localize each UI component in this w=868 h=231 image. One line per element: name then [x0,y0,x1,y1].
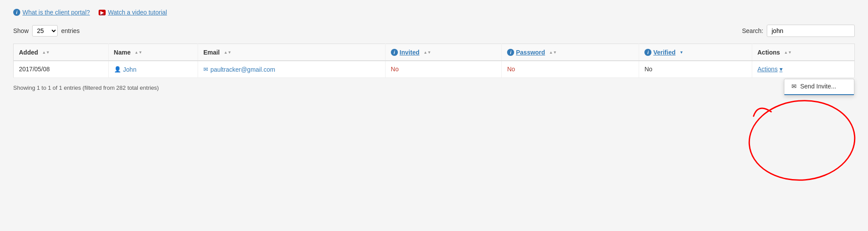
sort-icons-email: ▲▼ [224,51,232,55]
top-links-container: i What is the client portal? ▶ Watch a v… [13,9,855,16]
col-verified-info-link[interactable]: i Verified [644,49,676,56]
invited-info-icon: i [391,49,398,56]
cell-added: 2017/05/08 [14,61,109,77]
sort-icons-actions: ▲▼ [784,51,792,55]
video-tutorial-link[interactable]: ▶ Watch a video tutorial [99,9,167,16]
row-added-value: 2017/05/08 [19,66,50,73]
verified-info-icon: i [644,49,651,56]
row-invited-value: No [391,66,399,73]
cell-invited: No [385,61,501,77]
clients-table: Added ▲▼ Name ▲▼ Email ▲▼ i Invited ▲▼ [13,44,855,78]
send-invite-item[interactable]: ✉ Send Invite... [784,79,854,93]
client-portal-link[interactable]: i What is the client portal? [13,9,90,16]
svg-point-0 [746,96,858,184]
col-actions[interactable]: Actions ▲▼ [752,44,854,61]
user-link[interactable]: 👤 John [114,66,136,73]
table-body: 2017/05/08 👤 John ✉ paultracker@gmail.co… [14,61,855,77]
col-password-info-link[interactable]: i Password [507,49,545,56]
col-added[interactable]: Added ▲▼ [14,44,109,61]
dropdown-divider [784,94,854,95]
email-icon: ✉ [203,66,208,73]
col-verified-label: Verified [653,49,676,56]
show-entries-container: Show 10 25 50 100 entries [13,25,80,37]
entries-select[interactable]: 10 25 50 100 [32,25,58,37]
row-verified-value: No [644,66,652,73]
show-label: Show [13,27,29,34]
actions-button[interactable]: Actions ▾ [758,66,783,73]
cell-email: ✉ paultracker@gmail.com [198,61,385,77]
cell-actions: Actions ▾ ✉ Send Invite... [752,61,854,77]
entries-label: entries [61,27,80,34]
sort-icons-verified: ▼ [680,51,684,55]
row-email-value: paultracker@gmail.com [210,66,275,73]
col-actions-label: Actions [758,49,780,56]
annotation-circle [745,94,859,187]
send-invite-icon: ✉ [791,83,797,90]
col-verified[interactable]: i Verified ▼ [639,44,752,61]
col-password-label: Password [516,49,545,56]
row-name-value: John [123,66,136,73]
info-icon: i [13,9,20,16]
col-invited-info-link[interactable]: i Invited [391,49,419,56]
search-input[interactable] [767,25,855,37]
email-link[interactable]: ✉ paultracker@gmail.com [203,66,275,73]
sort-icons-password: ▲▼ [549,51,557,55]
actions-dropdown-arrow: ▾ [780,66,783,73]
col-password[interactable]: i Password ▲▼ [502,44,639,61]
col-invited[interactable]: i Invited ▲▼ [385,44,501,61]
cell-name: 👤 John [108,61,198,77]
client-portal-label: What is the client portal? [22,9,90,16]
table-header: Added ▲▼ Name ▲▼ Email ▲▼ i Invited ▲▼ [14,44,855,61]
sort-icons-name: ▲▼ [135,51,143,55]
search-label: Search: [742,27,763,34]
cell-verified: No [639,61,752,77]
col-name-label: Name [114,49,131,56]
password-info-icon: i [507,49,514,56]
footer-text: Showing 1 to 1 of 1 entries (filtered fr… [13,84,855,91]
sort-icons-added: ▲▼ [42,51,50,55]
sort-icons-invited: ▲▼ [423,51,431,55]
youtube-icon: ▶ [99,10,106,15]
controls-row: Show 10 25 50 100 entries Search: [13,25,855,37]
table-container: Added ▲▼ Name ▲▼ Email ▲▼ i Invited ▲▼ [13,44,855,78]
header-row: Added ▲▼ Name ▲▼ Email ▲▼ i Invited ▲▼ [14,44,855,61]
col-name[interactable]: Name ▲▼ [108,44,198,61]
col-email[interactable]: Email ▲▼ [198,44,385,61]
col-invited-label: Invited [400,49,419,56]
row-password-value: No [507,66,515,73]
search-row: Search: [742,25,855,37]
actions-dropdown-menu: ✉ Send Invite... [784,79,854,95]
user-icon: 👤 [114,66,121,73]
video-tutorial-label: Watch a video tutorial [108,9,167,16]
send-invite-label: Send Invite... [800,83,836,90]
col-added-label: Added [19,49,38,56]
table-row: 2017/05/08 👤 John ✉ paultracker@gmail.co… [14,61,855,77]
actions-button-label: Actions [758,66,778,73]
col-email-label: Email [203,49,220,56]
cell-password: No [502,61,639,77]
footer-showing-text: Showing 1 to 1 of 1 entries (filtered fr… [13,84,159,91]
